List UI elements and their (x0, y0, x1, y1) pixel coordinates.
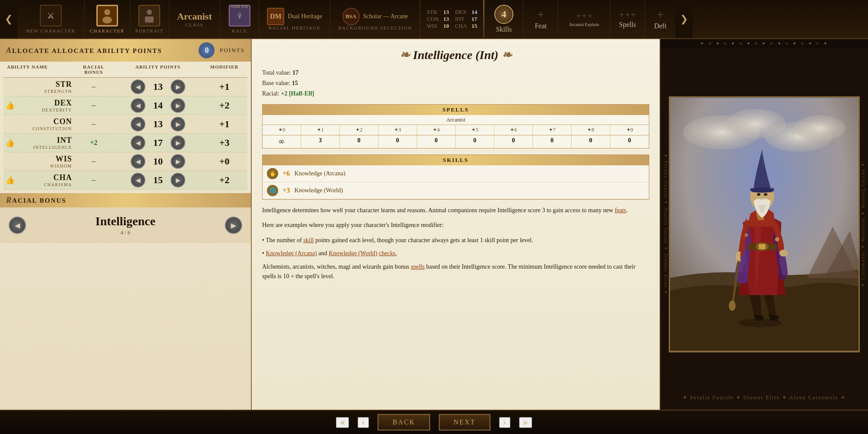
str-sub: STRENGTH (44, 89, 72, 94)
middle-panel: Intelligence (Int) Total value: 17 Base … (252, 39, 660, 410)
spell-count-3: 0 (378, 135, 417, 148)
new-character-button[interactable]: ⚔ New Character (17, 0, 85, 38)
skill-row-arcana: 🖐 +6 Knowledge (Arcana) (263, 165, 649, 182)
skills-title: SKILLS (443, 157, 469, 163)
con-name-cell: CON CONSTITUTION (7, 117, 76, 131)
int-label: INT (455, 16, 468, 23)
racial-prev-button[interactable]: ◀ (9, 217, 26, 234)
ability-table: Ability Name Racial Bonus Ability Points… (0, 62, 251, 190)
col-modifier: Modifier (205, 64, 244, 75)
wis-increase[interactable]: ▶ (171, 154, 185, 169)
skill-link[interactable]: skill (303, 237, 314, 243)
tab-character[interactable]: CHARACTER (85, 0, 130, 38)
allocate-title: ALLOCATE Allocate Ability Points (6, 46, 162, 55)
spell-level-9: ✦9 (610, 125, 649, 135)
table-row: 👍 DEX DEXTERITY – ◀ 14 ▶ +2 (3, 96, 247, 115)
cha-increase[interactable]: ▶ (171, 173, 185, 187)
tab-class[interactable]: Arcanist CLASS (169, 0, 220, 38)
racial-heritage-title: Dual Heritage (288, 13, 322, 20)
spell-level-7: ✦7 (533, 125, 572, 135)
nav-first-button[interactable]: « (336, 417, 349, 428)
tab-portrait[interactable]: PORTRAIT (130, 0, 169, 38)
tab-background[interactable]: BSA Scholar — Arcane BACKGROUND SELECTIO… (330, 0, 420, 38)
wis-name-cell: WIS WISDOM (7, 155, 76, 168)
spells-link[interactable]: spells (411, 263, 425, 270)
int-thumb-icon: 👍 (5, 138, 15, 148)
wis-decrease[interactable]: ◀ (131, 154, 145, 169)
int-val: 17 (147, 137, 169, 148)
nav-prev-button[interactable]: ‹ (358, 417, 369, 428)
cha-decrease[interactable]: ◀ (131, 173, 145, 187)
world-skill-icon: 🌐 (267, 185, 278, 196)
tab-spells[interactable]: + + + Spells (610, 0, 645, 38)
arcana-name: Knowledge (Arcana) (294, 170, 345, 177)
dex-stepper: ◀ 14 ▶ (111, 98, 205, 113)
next-button[interactable]: Next (439, 414, 490, 431)
svg-point-18 (750, 187, 774, 193)
wis-name: WIS (56, 155, 72, 164)
checks-link[interactable]: checks. (379, 250, 397, 256)
ability-stats-block: Total value: 17 Base value: 15 Racial: +… (262, 68, 649, 98)
character-label: CHARACTER (90, 28, 125, 33)
svg-point-2 (147, 10, 152, 15)
race-label: RACE (232, 28, 247, 33)
dex-increase[interactable]: ▶ (171, 98, 185, 113)
int-increase[interactable]: ▶ (171, 135, 185, 150)
tab-skills[interactable]: 4 Skills (484, 0, 523, 38)
left-panel: ALLOCATE Allocate Ability Points 0 Point… (0, 39, 252, 410)
wis-modifier: +0 (205, 156, 244, 167)
exploits-label: Arcanist Exploits (569, 22, 599, 27)
world-bonus: +3 (283, 187, 290, 194)
feats-link[interactable]: feats (615, 207, 626, 214)
dex-decrease[interactable]: ◀ (131, 98, 145, 113)
con-name: CON (53, 117, 72, 126)
tab-arcanist-exploits[interactable]: + + + Arcanist Exploits (558, 0, 610, 38)
tab-race[interactable]: ♀ RACE Half-Elf (220, 0, 259, 38)
base-value-line: Base value: 15 (262, 79, 649, 88)
knowledge-world-link[interactable]: Knowledge (World) (329, 250, 377, 256)
table-header: Ability Name Racial Bonus Ability Points… (3, 62, 247, 78)
nav-next-button[interactable]: › (499, 417, 510, 428)
tab-feat[interactable]: + Feat (523, 0, 558, 38)
racial-label: Racial: (262, 90, 279, 97)
cha-label: CHA (455, 23, 468, 30)
con-decrease[interactable]: ◀ (131, 117, 145, 132)
spell-count-5: 0 (456, 135, 494, 148)
dex-name: DEX (54, 99, 72, 108)
table-row: WIS WISDOM – ◀ 10 ▶ +0 (3, 152, 247, 171)
character-icon (96, 5, 118, 26)
int-stepper: ◀ 17 ▶ (111, 135, 205, 150)
ability-info-title: Intelligence (Int) (262, 48, 649, 62)
wis-val: 10 (147, 156, 169, 167)
int-decrease[interactable]: ◀ (131, 135, 145, 150)
tab-deft[interactable]: + Deft (645, 0, 675, 38)
str-decrease[interactable]: ◀ (131, 79, 145, 94)
int-bullet-2: Knowledge (Arcana) and Knowledge (World)… (262, 249, 649, 258)
wis-racial: – (76, 158, 111, 165)
knowledge-arcana-link[interactable]: Knowledge (Arcana) (266, 250, 317, 256)
con-increase[interactable]: ▶ (171, 117, 185, 132)
racial-next-button[interactable]: ▶ (225, 217, 242, 234)
spells-caster: Arcanist (263, 115, 649, 125)
dex-name-cell: 👍 DEX DEXTERITY (7, 99, 76, 112)
racial-heritage-icon: DM (267, 8, 284, 25)
nav-last-button[interactable]: » (519, 417, 532, 428)
main-content: ALLOCATE Allocate Ability Points 0 Point… (0, 39, 868, 410)
nav-right-arrow[interactable]: ❯ (675, 0, 693, 38)
character-art (670, 98, 858, 351)
feat-plus-icon: + (538, 8, 544, 21)
table-row: 👍 INT INTELLIGENCE +2 ◀ 17 ▶ +3 (3, 134, 247, 152)
str-increase[interactable]: ▶ (171, 79, 185, 94)
str-stepper: ◀ 13 ▶ (111, 79, 205, 94)
deft-label: Deft (654, 22, 666, 30)
svg-point-19 (775, 237, 779, 242)
svg-point-16 (757, 193, 760, 196)
spell-count-row: ∞ 3 0 0 0 0 0 0 0 0 (263, 135, 649, 148)
tab-racial-heritage[interactable]: DM Dual Heritage RACIAL HERITAGE (259, 0, 330, 38)
spell-level-row: ✦0 ✦1 ✦2 ✦3 ✦4 ✦5 ✦6 ✦7 ✦8 ✦9 (263, 125, 649, 135)
str-racial: – (76, 83, 111, 91)
back-button[interactable]: Back (378, 414, 430, 431)
nav-left-arrow[interactable]: ❮ (0, 0, 17, 38)
racial-selector-content: Intelligence 4 / 6 (95, 214, 155, 236)
points-value: 0 (205, 46, 209, 55)
